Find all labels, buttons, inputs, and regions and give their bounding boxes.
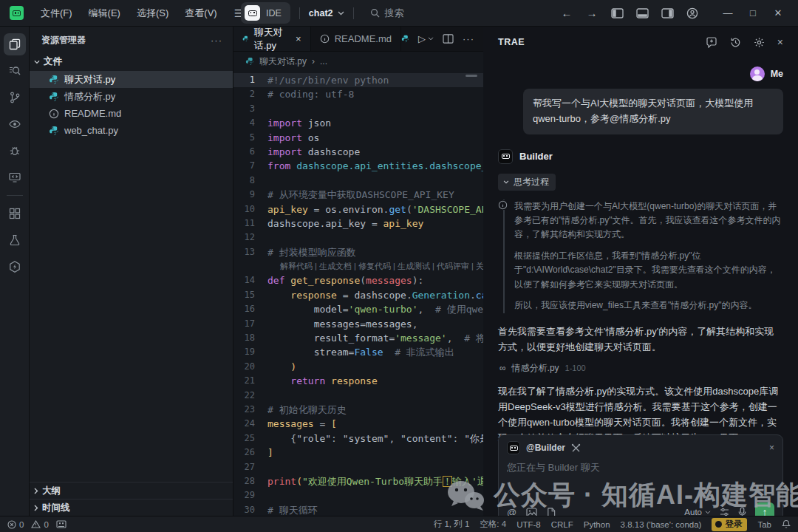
indentation[interactable]: 空格: 4 [480,519,506,530]
agent-mention[interactable]: @Builder [526,443,565,453]
nav-back-button[interactable]: ← [554,4,579,23]
menu-select[interactable]: 选择(S) [130,4,175,23]
file-item-chat-dialog[interactable]: 聊天对话.py [30,71,233,88]
code-line[interactable]: 17 messages=messages, [233,317,483,331]
code-line[interactable]: 25 {"role": "system", "content": "你是一 [233,432,483,446]
code-line[interactable]: 28print("欢迎使用Qwen-Turbo聊天助手！输入'退出 [233,474,483,488]
window-maximize-button[interactable]: □ [740,4,765,23]
remote-explorer-icon[interactable] [4,166,26,188]
breadcrumb[interactable]: 聊天对话.py › ... [233,52,483,71]
explorer-icon[interactable] [4,33,26,55]
debug-icon[interactable] [4,140,26,162]
code-line[interactable]: 27 [233,460,483,474]
split-editor-icon[interactable] [443,34,454,44]
login-button[interactable]: 登录 [712,518,747,531]
code-line[interactable]: 15 response = dashscope.Generation.call( [233,288,483,302]
editor-more-icon[interactable]: ··· [463,33,474,44]
language-mode[interactable]: Python [584,520,610,529]
source-control-icon[interactable] [4,86,26,109]
toggle-right-panel-icon[interactable] [655,4,680,23]
code-line[interactable]: 14def get_response(messages): [233,273,483,287]
file-item-webchat[interactable]: web_chat.py [30,122,233,139]
file-attach-icon[interactable] [547,508,556,516]
nav-forward-button[interactable]: → [579,4,604,23]
code-line[interactable]: 5import os [233,131,483,145]
toggle-bottom-panel-icon[interactable] [630,4,655,23]
code-line[interactable]: 30# 聊天循环 [233,503,483,516]
code-line[interactable]: 29 [233,488,483,502]
tools-icon[interactable] [571,443,581,453]
timeline-section[interactable]: 时间线 [30,499,233,516]
history-icon[interactable] [730,37,741,48]
menu-edit[interactable]: 编辑(E) [82,4,127,23]
thinking-toggle[interactable]: 思考过程 [498,174,556,191]
tab-size[interactable]: Tab [757,520,771,529]
explorer-more-icon[interactable]: ··· [211,35,222,46]
code-line[interactable]: 10api_key = os.environ.get('DASHSCOPE_AP… [233,202,483,216]
code-line[interactable]: 21 return response [233,374,483,388]
code-line[interactable]: 19 stream=False # 非流式输出 [233,345,483,359]
test-flask-icon[interactable] [4,229,26,251]
code-line[interactable]: 26] [233,446,483,460]
code-line[interactable]: 24messages = [ [233,417,483,431]
code-line[interactable]: 7from dashscope.api_entities.dashscope_r… [233,159,483,173]
codelens-actions[interactable]: 解释代码 | 生成文档 | 修复代码 | 生成测试 | 代码评审 | 关闭 [233,259,483,273]
file-item-sentiment[interactable]: 情感分析.py [30,88,233,105]
scrollbar-handle[interactable] [466,75,477,77]
code-line[interactable]: 9# 从环境变量中获取DASHSCOPE_API_KEY [233,188,483,202]
code-line[interactable]: 23# 初始化聊天历史 [233,403,483,417]
search-panel-icon[interactable] [4,60,26,82]
preview-eye-icon[interactable] [4,113,26,135]
code-line[interactable]: 20 ) [233,360,483,374]
close-panel-icon[interactable]: × [777,36,783,48]
mention-icon[interactable]: @ [507,507,516,516]
image-attach-icon[interactable] [526,508,537,516]
file-reference-chip[interactable]: ∞ 情感分析.py 1-100 [498,362,783,375]
code-line[interactable]: 18 result_format='message', # 将输 [233,331,483,345]
encoding[interactable]: UTF-8 [516,520,541,529]
menu-file[interactable]: 文件(F) [34,4,79,23]
window-minimize-button[interactable]: — [715,4,740,23]
errors-indicator[interactable]: 0 [7,520,24,529]
code-line[interactable]: 12 [233,231,483,245]
settings-gear-icon[interactable] [754,37,765,48]
chat-input[interactable] [507,461,774,502]
menu-view[interactable]: 查看(V) [178,4,223,23]
new-chat-icon[interactable] [706,37,717,48]
code-line[interactable]: 1#!/usr/bin/env python [233,73,483,87]
close-tab-icon[interactable]: × [296,33,301,44]
window-close-button[interactable]: ✕ [765,4,791,23]
sliders-icon[interactable] [720,508,729,516]
project-switcher[interactable]: chat2 [309,8,344,18]
python-env-icon[interactable] [401,34,409,44]
code-line[interactable]: 16 model='qwen-turbo', # 使用qwen- [233,302,483,316]
code-line[interactable]: 2# coding: utf-8 [233,87,483,101]
send-button[interactable]: ↑ [755,502,774,516]
global-search[interactable]: 搜索 [370,7,404,20]
warnings-indicator[interactable]: 0 [31,520,48,529]
code-line[interactable]: 3 [233,102,483,116]
toggle-left-panel-icon[interactable] [604,4,630,23]
ports-icon[interactable] [56,520,66,528]
code-line[interactable]: 13# 封装模型响应函数 [233,245,483,259]
extensions-icon[interactable] [4,202,26,225]
code-line[interactable]: 22 [233,389,483,403]
model-selector[interactable]: Auto [684,508,711,516]
file-item-readme[interactable]: README.md [30,105,233,122]
tab-readme[interactable]: README.md [311,27,401,51]
chevron-down-icon[interactable] [428,37,434,41]
code-line[interactable]: 6import dashscope [233,145,483,159]
account-icon[interactable] [680,4,705,23]
outline-section[interactable]: 大纲 [30,482,233,499]
eol-sequence[interactable]: CRLF [551,520,573,529]
microphone-icon[interactable] [738,507,746,516]
code-line[interactable]: 8 [233,174,483,188]
cursor-position[interactable]: 行 1, 列 1 [434,519,470,530]
plugin-hex-icon[interactable] [4,256,26,278]
python-interpreter[interactable]: 3.8.13 ('base': conda) [621,520,702,529]
notifications-bell-icon[interactable] [782,519,791,529]
ide-mode-switch[interactable]: IDE [241,2,290,24]
tab-chat-dialog[interactable]: 聊天对话.py × [233,27,311,51]
close-input-icon[interactable]: × [769,443,774,453]
code-line[interactable]: 11dashscope.api_key = api_key [233,216,483,231]
